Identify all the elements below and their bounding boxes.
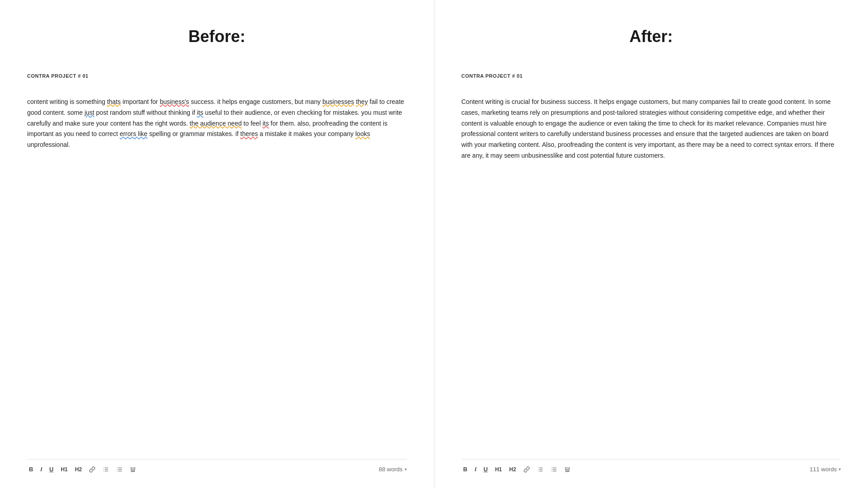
error-businesses: businesses xyxy=(322,98,354,105)
after-underline-button[interactable]: U xyxy=(482,465,490,474)
before-panel: Before: CONTRA PROJECT # 01 content writ… xyxy=(0,0,434,488)
before-clear-button[interactable] xyxy=(128,465,138,474)
before-word-count-value: 88 words xyxy=(379,466,403,473)
before-h1-button[interactable]: H1 xyxy=(59,465,69,474)
after-content-area[interactable]: Content writing is crucial for business … xyxy=(462,92,841,459)
suggestion-errors-like: errors like xyxy=(120,130,147,137)
error-they: they xyxy=(356,98,368,105)
after-project-label: CONTRA PROJECT # 01 xyxy=(462,73,841,79)
before-toolbar: B I U H1 H2 xyxy=(27,459,407,479)
after-ordered-list-button[interactable] xyxy=(535,465,545,474)
after-panel: After: CONTRA PROJECT # 01 Content writi… xyxy=(434,0,868,488)
before-project-label: CONTRA PROJECT # 01 xyxy=(27,73,407,79)
after-bold-button[interactable]: B xyxy=(462,465,469,474)
after-word-count-value: 111 words xyxy=(810,466,837,473)
before-ordered-list-button[interactable] xyxy=(101,465,111,474)
after-title: After: xyxy=(462,27,841,46)
error-looks: looks xyxy=(355,130,370,137)
before-word-count-chevron: ▾ xyxy=(405,467,407,472)
error-thats: thats xyxy=(107,98,121,105)
after-word-count: 111 words ▾ xyxy=(810,466,841,473)
after-italic-button[interactable]: I xyxy=(473,465,478,474)
after-clear-button[interactable] xyxy=(562,465,572,474)
before-bold-button[interactable]: B xyxy=(27,465,35,474)
before-italic-button[interactable]: I xyxy=(38,465,44,474)
error-its2: its xyxy=(263,120,269,127)
error-theres: theres xyxy=(241,130,258,137)
suggestion-its: its xyxy=(197,109,203,116)
before-content-area[interactable]: content writing is something thats impor… xyxy=(27,92,407,459)
after-link-button[interactable] xyxy=(522,465,532,474)
after-h1-button[interactable]: H1 xyxy=(493,465,504,474)
before-link-button[interactable] xyxy=(87,465,97,474)
after-h2-button[interactable]: H2 xyxy=(507,465,518,474)
after-text[interactable]: Content writing is crucial for business … xyxy=(462,97,841,161)
after-word-count-chevron: ▾ xyxy=(839,467,841,472)
before-h2-button[interactable]: H2 xyxy=(73,465,84,474)
before-word-count: 88 words ▾ xyxy=(379,466,407,473)
error-businesss: business's xyxy=(160,98,189,105)
before-underline-button[interactable]: U xyxy=(47,465,55,474)
before-text[interactable]: content writing is something thats impor… xyxy=(27,97,407,150)
before-title: Before: xyxy=(27,27,407,46)
after-unordered-list-button[interactable] xyxy=(549,465,559,474)
error-the-audience-need: the audience need xyxy=(190,120,242,127)
before-unordered-list-button[interactable] xyxy=(114,465,124,474)
after-toolbar: B I U H1 H2 xyxy=(462,459,841,479)
suggestion-just: just xyxy=(85,109,94,116)
